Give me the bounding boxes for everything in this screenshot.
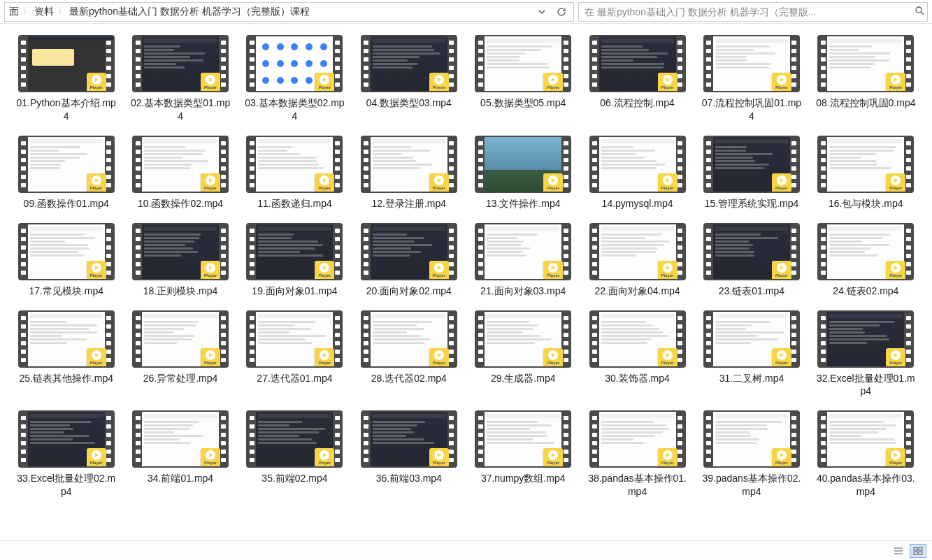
file-item[interactable]: Player15.管理系统实现.mp4 bbox=[699, 136, 803, 210]
file-item[interactable]: Player31.二叉树.mp4 bbox=[699, 310, 803, 399]
video-thumbnail[interactable]: Player bbox=[817, 35, 914, 92]
file-item[interactable]: Player17.常见模块.mp4 bbox=[14, 223, 118, 298]
file-item[interactable]: Player24.链表02.mp4 bbox=[814, 223, 918, 298]
video-thumbnail[interactable]: Player bbox=[361, 310, 457, 368]
video-thumbnail[interactable]: Player bbox=[589, 35, 686, 92]
video-thumbnail[interactable]: Player bbox=[475, 35, 571, 92]
film-strip-icon bbox=[248, 36, 256, 91]
player-badge-icon: Player bbox=[886, 173, 905, 193]
file-item[interactable]: Player21.面向对象03.mp4 bbox=[471, 223, 575, 298]
file-item[interactable]: Player10.函数操作02.mp4 bbox=[128, 136, 232, 210]
player-badge-icon: Player bbox=[201, 73, 220, 92]
file-item[interactable]: Player23.链表01.mp4 bbox=[699, 223, 803, 298]
file-item[interactable]: Player09.函数操作01.mp4 bbox=[14, 136, 118, 210]
video-thumbnail[interactable]: Player bbox=[246, 310, 343, 368]
file-item[interactable]: Player39.padans基本操作02.mp4 bbox=[699, 410, 803, 498]
video-thumbnail[interactable]: Player bbox=[703, 136, 800, 193]
file-item[interactable]: Player14.pymysql.mp4 bbox=[585, 136, 689, 210]
file-item[interactable]: Player22.面向对象04.mp4 bbox=[585, 223, 689, 298]
file-item[interactable]: Player25.链表其他操作.mp4 bbox=[14, 310, 118, 399]
file-item[interactable]: Player18.正则模块.mp4 bbox=[128, 223, 232, 298]
breadcrumb[interactable]: 面 〉 资料 〉 最新python基础入门 数据分析 机器学习（完整版）课程 bbox=[4, 2, 574, 22]
file-item[interactable]: Player28.迭代器02.mp4 bbox=[357, 310, 461, 399]
file-item[interactable]: Player34.前端01.mp4 bbox=[128, 410, 232, 498]
file-item[interactable]: Player16.包与模块.mp4 bbox=[814, 136, 918, 210]
video-thumbnail[interactable]: Player bbox=[589, 136, 686, 193]
refresh-button[interactable] bbox=[554, 4, 569, 20]
file-item[interactable]: Player36.前端03.mp4 bbox=[357, 410, 461, 498]
breadcrumb-dropdown-button[interactable] bbox=[534, 4, 550, 20]
file-item[interactable]: Player27.迭代器01.mp4 bbox=[243, 310, 347, 399]
video-thumbnail[interactable]: Player bbox=[817, 410, 914, 468]
file-item[interactable]: Player07.流程控制巩固01.mp4 bbox=[699, 35, 803, 123]
video-thumbnail[interactable]: Player bbox=[817, 310, 914, 368]
video-thumbnail[interactable]: Player bbox=[132, 410, 229, 468]
file-name-label: 04.数据类型03.mp4 bbox=[366, 96, 452, 110]
video-thumbnail[interactable]: Player bbox=[817, 223, 914, 280]
video-thumbnail[interactable]: Player bbox=[817, 136, 914, 193]
video-thumbnail[interactable]: Player bbox=[18, 223, 115, 280]
video-thumbnail[interactable]: Player bbox=[703, 310, 800, 368]
film-strip-icon bbox=[476, 137, 485, 192]
video-thumbnail[interactable]: Player bbox=[246, 410, 343, 468]
file-item[interactable]: Player03.基本数据类型02.mp4 bbox=[243, 35, 347, 123]
file-item[interactable]: Player40.pandas基本操作03.mp4 bbox=[814, 410, 918, 498]
file-item[interactable]: Player29.生成器.mp4 bbox=[471, 310, 575, 399]
breadcrumb-crumb-1[interactable]: 资料 bbox=[34, 6, 54, 18]
video-thumbnail[interactable]: Player bbox=[361, 136, 457, 193]
video-thumbnail[interactable]: Player bbox=[18, 410, 115, 468]
video-thumbnail[interactable]: Player bbox=[18, 310, 115, 368]
video-thumbnail[interactable]: Player bbox=[246, 223, 343, 280]
player-badge-icon: Player bbox=[429, 261, 449, 280]
file-item[interactable]: Player19.面向对象01.mp4 bbox=[243, 223, 347, 298]
video-thumbnail[interactable]: Player bbox=[475, 136, 571, 193]
video-thumbnail[interactable]: Player bbox=[18, 35, 115, 92]
file-item[interactable]: Player02.基本数据类型01.mp4 bbox=[128, 35, 232, 123]
breadcrumb-crumb-2[interactable]: 最新python基础入门 数据分析 机器学习（完整版）课程 bbox=[69, 6, 310, 18]
video-thumbnail[interactable]: Player bbox=[475, 223, 571, 280]
file-name-label: 12.登录注册.mp4 bbox=[372, 197, 447, 210]
file-item[interactable]: Player06.流程控制.mp4 bbox=[585, 35, 689, 123]
video-thumbnail[interactable]: Player bbox=[132, 35, 229, 92]
search-input[interactable] bbox=[585, 6, 910, 17]
file-item[interactable]: Player05.数据类型05.mp4 bbox=[471, 35, 575, 123]
video-thumbnail[interactable]: Player bbox=[132, 136, 229, 193]
file-item[interactable]: Player26.异常处理.mp4 bbox=[128, 310, 232, 399]
search-icon[interactable] bbox=[915, 6, 924, 17]
film-strip-icon bbox=[134, 224, 142, 279]
search-box[interactable] bbox=[578, 2, 928, 22]
video-thumbnail[interactable]: Player bbox=[703, 223, 800, 280]
video-thumbnail[interactable]: Player bbox=[18, 136, 115, 193]
video-thumbnail[interactable]: Player bbox=[589, 310, 686, 368]
video-thumbnail[interactable]: Player bbox=[475, 310, 571, 368]
file-item[interactable]: Player11.函数递归.mp4 bbox=[243, 136, 347, 210]
file-item[interactable]: Player12.登录注册.mp4 bbox=[357, 136, 461, 210]
video-thumbnail[interactable]: Player bbox=[246, 35, 343, 92]
file-item[interactable]: Player20.面向对象02.mp4 bbox=[357, 223, 461, 298]
file-item[interactable]: Player01.Python基本介绍.mp4 bbox=[14, 35, 118, 123]
video-thumbnail[interactable]: Player bbox=[703, 410, 800, 468]
video-thumbnail[interactable]: Player bbox=[361, 35, 457, 92]
file-item[interactable]: Player38.pandas基本操作01.mp4 bbox=[585, 410, 689, 498]
video-thumbnail[interactable]: Player bbox=[361, 410, 457, 468]
player-badge-icon: Player bbox=[543, 73, 563, 92]
video-thumbnail[interactable]: Player bbox=[361, 223, 457, 280]
file-item[interactable]: Player33.Excel批量处理02.mp4 bbox=[14, 410, 118, 498]
file-item[interactable]: Player32.Excel批量处理01.mp4 bbox=[814, 310, 918, 399]
video-thumbnail[interactable]: Player bbox=[132, 223, 229, 280]
file-item[interactable]: Player37.numpy数组.mp4 bbox=[471, 410, 575, 498]
file-item[interactable]: Player13.文件操作.mp4 bbox=[471, 136, 575, 210]
video-thumbnail[interactable]: Player bbox=[703, 35, 800, 92]
file-item[interactable]: Player04.数据类型03.mp4 bbox=[357, 35, 461, 123]
file-name-label: 33.Excel批量处理02.mp4 bbox=[15, 472, 118, 498]
video-thumbnail[interactable]: Player bbox=[246, 136, 343, 193]
breadcrumb-crumb-0[interactable]: 面 bbox=[9, 6, 19, 18]
film-strip-icon bbox=[476, 312, 485, 366]
file-item[interactable]: Player30.装饰器.mp4 bbox=[585, 310, 689, 399]
video-thumbnail[interactable]: Player bbox=[132, 310, 229, 368]
video-thumbnail[interactable]: Player bbox=[475, 410, 571, 468]
video-thumbnail[interactable]: Player bbox=[589, 410, 686, 468]
video-thumbnail[interactable]: Player bbox=[589, 223, 686, 280]
file-item[interactable]: Player08.流程控制巩固0.mp4 bbox=[814, 35, 918, 123]
file-item[interactable]: Player35.前端02.mp4 bbox=[243, 410, 347, 498]
